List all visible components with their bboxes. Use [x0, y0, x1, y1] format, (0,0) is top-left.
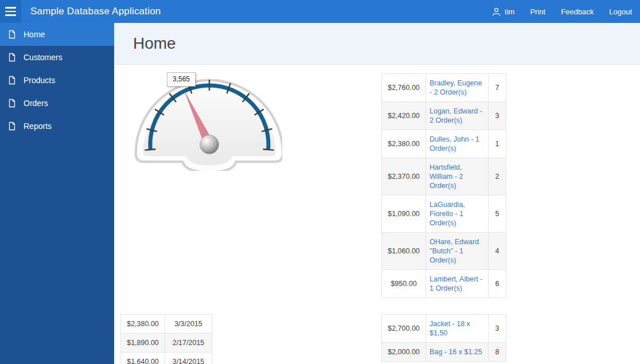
customer-link[interactable]: OHare, Edward "Butch" - 1 Order(s)	[430, 238, 479, 264]
document-icon	[7, 122, 17, 131]
order-amount: $2,380.00	[382, 130, 426, 158]
gauge-chart	[131, 68, 282, 171]
table-row: $1,060.00 OHare, Edward "Butch" - 1 Orde…	[382, 233, 506, 270]
hamburger-bar	[5, 14, 16, 16]
customer-link[interactable]: Lambert, Albert - 1 Order(s)	[430, 275, 482, 292]
table-row: $2,700.00 Jacket - 18 x $1,50 3	[382, 315, 506, 343]
document-icon	[7, 99, 17, 108]
sales-gauge: 3,565	[131, 68, 282, 171]
customer-link[interactable]: Hartsfield, William - 2 Order(s)	[430, 163, 463, 190]
customer-id: 2	[489, 158, 506, 195]
order-amount: $1,890.00	[121, 334, 165, 353]
sidebar-item-reports[interactable]: Reports	[0, 115, 114, 138]
logout-link[interactable]: Logout	[609, 7, 632, 16]
user-name-link[interactable]: tim	[505, 7, 514, 16]
sidebar-item-home[interactable]: Home	[0, 23, 114, 46]
product-id: 8	[489, 343, 506, 362]
sidebar-item-label: Customers	[24, 53, 63, 62]
order-amount: $1,060.00	[382, 233, 426, 270]
user-menu[interactable]: tim	[491, 7, 514, 17]
top-products-table: $2,700.00 Jacket - 18 x $1,50 3 $2,000.0…	[381, 314, 506, 362]
sidebar-item-label: Orders	[24, 99, 48, 108]
page-title-band: Home	[114, 23, 640, 65]
table-row: $2,370.00 Hartsfield, William - 2 Order(…	[382, 158, 506, 195]
gauge-value-label: 3,565	[167, 72, 196, 87]
customer-link[interactable]: Logan, Edward - 2 Order(s)	[430, 107, 482, 124]
sidebar-item-customers[interactable]: Customers	[0, 46, 114, 69]
user-icon	[491, 7, 501, 17]
order-amount: $2,700.00	[382, 315, 426, 343]
customer-id: 1	[489, 130, 506, 158]
product-link[interactable]: Jacket - 18 x $1,50	[430, 320, 470, 337]
print-link[interactable]: Print	[530, 7, 545, 16]
table-row: $2,760.00 Bradley, Eugene - 2 Order(s) 7	[382, 74, 506, 102]
dashboard: 3,565 $2,760.00 Bradley, Eugene - 2 Orde…	[114, 65, 640, 363]
order-amount: $2,420.00	[382, 102, 426, 130]
header-nav: tim Print Feedback Logout	[491, 7, 640, 17]
gauge-center-knob	[200, 135, 219, 154]
product-id: 3	[489, 315, 506, 343]
hamburger-bar	[5, 7, 16, 9]
app-title: Sample Database Application	[30, 6, 161, 17]
product-link[interactable]: Bag - 16 x $1.25	[430, 348, 482, 356]
document-icon	[7, 76, 17, 85]
table-row: $2,380.00 Dulles, John - 1 Order(s) 1	[382, 130, 506, 158]
table-row: $950.00 Lambert, Albert - 1 Order(s) 6	[382, 270, 506, 298]
content-area: Home	[114, 23, 640, 364]
customer-id: 5	[489, 195, 506, 233]
order-amount: $2,000.00	[382, 343, 426, 362]
customer-id: 3	[489, 102, 506, 130]
order-date: 3/14/2015	[165, 353, 212, 364]
feedback-link[interactable]: Feedback	[561, 7, 594, 16]
order-amount: $950.00	[382, 270, 426, 298]
order-amount: $2,370.00	[382, 158, 426, 195]
order-amount: $2,380.00	[121, 315, 165, 334]
recent-orders-table: $2,380.00 3/3/2015 $1,890.00 2/17/2015 $…	[120, 314, 212, 364]
table-row: $1,640.00 3/14/2015	[121, 353, 212, 364]
top-customers-table: $2,760.00 Bradley, Eugene - 2 Order(s) 7…	[381, 73, 506, 298]
sidebar-item-products[interactable]: Products	[0, 69, 114, 92]
customer-link[interactable]: LaGuardia, Fiorello - 1 Order(s)	[430, 201, 465, 227]
order-date: 3/3/2015	[165, 315, 212, 334]
order-amount: $2,760.00	[382, 74, 426, 102]
sidebar-item-orders[interactable]: Orders	[0, 92, 114, 115]
page-title: Home	[133, 34, 176, 53]
customer-id: 6	[489, 270, 506, 298]
table-row: $2,380.00 3/3/2015	[121, 315, 212, 334]
order-date: 2/17/2015	[165, 334, 212, 353]
customer-link[interactable]: Bradley, Eugene - 2 Order(s)	[430, 79, 482, 96]
customer-link[interactable]: Dulles, John - 1 Order(s)	[430, 135, 479, 152]
sidebar-item-label: Products	[24, 76, 55, 85]
table-row: $2,000.00 Bag - 16 x $1.25 8	[382, 343, 506, 362]
document-icon	[7, 53, 17, 62]
customer-id: 7	[489, 74, 506, 102]
document-icon	[7, 30, 17, 39]
table-row: $1,890.00 2/17/2015	[121, 334, 212, 353]
app-header: Sample Database Application tim Print Fe…	[0, 0, 640, 23]
hamburger-menu-button[interactable]	[0, 0, 21, 23]
customer-id: 4	[489, 233, 506, 270]
sidebar: Home Customers Products Orders	[0, 23, 114, 364]
sidebar-item-label: Home	[24, 30, 45, 39]
order-amount: $1,090.00	[382, 195, 426, 233]
hamburger-bar	[5, 11, 16, 13]
sidebar-item-label: Reports	[24, 122, 52, 131]
table-row: $1,090.00 LaGuardia, Fiorello - 1 Order(…	[382, 195, 506, 233]
app-root: Sample Database Application tim Print Fe…	[0, 0, 640, 364]
order-amount: $1,640.00	[121, 353, 165, 364]
table-row: $2,420.00 Logan, Edward - 2 Order(s) 3	[382, 102, 506, 130]
